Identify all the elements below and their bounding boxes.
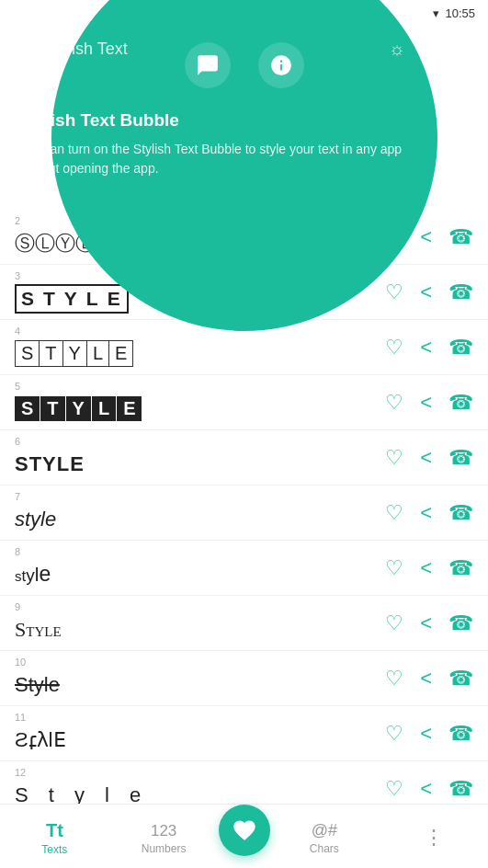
whatsapp-icon[interactable]: ☎ bbox=[448, 779, 473, 799]
item-actions: ♡ < ☎ bbox=[385, 724, 473, 744]
like-icon[interactable]: ♡ bbox=[385, 393, 403, 413]
whatsapp-icon[interactable]: ☎ bbox=[448, 227, 473, 247]
fab-heart-button[interactable] bbox=[219, 805, 270, 856]
item-number: 7 bbox=[15, 491, 20, 502]
share-icon[interactable]: < bbox=[420, 779, 432, 799]
share-icon[interactable]: < bbox=[420, 393, 432, 413]
like-icon[interactable]: ♡ bbox=[385, 779, 403, 799]
whatsapp-icon[interactable]: ☎ bbox=[448, 724, 473, 744]
status-time: 10:55 bbox=[445, 6, 475, 20]
whatsapp-icon[interactable]: ☎ bbox=[448, 668, 473, 689]
item-number: 9 bbox=[15, 601, 20, 612]
share-icon[interactable]: < bbox=[420, 227, 432, 247]
like-icon[interactable]: ♡ bbox=[385, 613, 403, 634]
item-actions: ♡ < ☎ bbox=[385, 393, 473, 413]
item-actions: ♡ < ☎ bbox=[385, 613, 473, 634]
whatsapp-icon[interactable]: ☎ bbox=[448, 337, 473, 358]
list-item: 7 style ♡ < ☎ bbox=[0, 485, 488, 541]
chars-icon: @# bbox=[312, 821, 337, 840]
item-text: S t y l e bbox=[15, 783, 385, 805]
item-actions: ♡ < ☎ bbox=[385, 282, 473, 303]
whatsapp-icon[interactable]: ☎ bbox=[448, 503, 473, 523]
item-actions: ♡ < ☎ bbox=[385, 668, 473, 689]
like-icon[interactable]: ♡ bbox=[385, 668, 403, 689]
settings-icon[interactable]: ⚙ bbox=[422, 38, 438, 60]
nav-more[interactable]: ⋮ bbox=[379, 822, 488, 851]
share-icon[interactable]: < bbox=[420, 613, 432, 634]
item-number: 8 bbox=[15, 546, 20, 557]
whatsapp-icon[interactable]: ☎ bbox=[448, 282, 473, 303]
share-icon[interactable]: < bbox=[420, 337, 432, 358]
item-actions: ♡ < ☎ bbox=[385, 503, 473, 523]
item-number: 12 bbox=[15, 767, 26, 778]
more-icon[interactable]: ⋮ bbox=[455, 38, 473, 60]
tooltip-card: Stylish Text Bubble You can turn on the … bbox=[18, 101, 433, 188]
list-item: 6 STYLE ♡ < ☎ bbox=[0, 430, 488, 485]
item-text: style bbox=[15, 508, 385, 531]
list-item: 5 S T Y L E ♡ < ☎ bbox=[0, 375, 488, 430]
share-icon[interactable]: < bbox=[420, 668, 432, 689]
whatsapp-icon[interactable]: ☎ bbox=[448, 393, 473, 413]
item-number: 10 bbox=[15, 657, 26, 668]
item-number: 3 bbox=[15, 270, 20, 281]
app-bar-actions: ☼ ⚙ ⋮ bbox=[389, 38, 473, 60]
texts-icon: Tt bbox=[46, 820, 63, 841]
list-item: 10 Style ♡ < ☎ bbox=[0, 651, 488, 706]
like-icon[interactable]: ♡ bbox=[385, 558, 403, 578]
texts-label: Texts bbox=[41, 843, 67, 856]
menu-icon[interactable]: ☰ bbox=[15, 38, 31, 60]
item-number: 6 bbox=[15, 436, 20, 447]
like-icon[interactable]: ♡ bbox=[385, 282, 403, 303]
item-text: S T Y L E bbox=[15, 340, 385, 367]
whatsapp-icon[interactable]: ☎ bbox=[448, 613, 473, 634]
like-icon[interactable]: ♡ bbox=[385, 448, 403, 468]
like-icon[interactable]: ♡ bbox=[385, 503, 403, 523]
item-text: style bbox=[15, 562, 385, 587]
wifi-icon: ▾ bbox=[433, 6, 439, 20]
bubble-settings-icon[interactable] bbox=[258, 42, 304, 88]
item-number: 2 bbox=[15, 215, 20, 226]
bottom-nav: Tt Texts 123 Numbers @# Chars ⋮ bbox=[0, 804, 488, 868]
share-icon[interactable]: < bbox=[420, 503, 432, 523]
item-number: 4 bbox=[15, 326, 20, 337]
nav-chars[interactable]: @# Chars bbox=[270, 817, 380, 855]
share-icon[interactable]: < bbox=[420, 282, 432, 303]
whatsapp-icon[interactable]: ☎ bbox=[448, 558, 473, 578]
nav-texts[interactable]: Tt Texts bbox=[0, 817, 109, 856]
bubble-icons-row bbox=[185, 42, 304, 88]
chars-label: Chars bbox=[310, 842, 339, 855]
item-number: 11 bbox=[15, 712, 26, 723]
tooltip-description: You can turn on the Stylish Text Bubble … bbox=[18, 140, 433, 178]
share-icon[interactable]: < bbox=[420, 558, 432, 578]
numbers-label: Numbers bbox=[142, 842, 187, 855]
like-icon[interactable]: ♡ bbox=[385, 724, 403, 744]
bubble-style-icon[interactable] bbox=[185, 42, 231, 88]
share-icon[interactable]: < bbox=[420, 724, 432, 744]
list-item: 11 ƎlʎʇS ♡ < ☎ bbox=[0, 706, 488, 761]
item-text: Style bbox=[15, 618, 385, 642]
numbers-icon: 123 bbox=[151, 822, 176, 840]
item-text: STYLE bbox=[15, 452, 385, 476]
list-item: 12 S t y l e ♡ < ☎ bbox=[0, 761, 488, 804]
item-text: S T Y L E bbox=[15, 396, 385, 421]
whatsapp-icon[interactable]: ☎ bbox=[448, 448, 473, 468]
tooltip-title: Stylish Text Bubble bbox=[18, 110, 433, 131]
item-text: Style bbox=[15, 673, 385, 697]
more-nav-icon: ⋮ bbox=[424, 826, 444, 850]
item-actions: ♡ < ☎ bbox=[385, 558, 473, 578]
item-actions: ♡ < ☎ bbox=[385, 337, 473, 358]
item-actions: ♡ < ☎ bbox=[385, 779, 473, 799]
list-item: 8 style ♡ < ☎ bbox=[0, 541, 488, 596]
search-icon[interactable]: ☼ bbox=[389, 39, 405, 60]
item-text: ƎlʎʇS bbox=[15, 728, 385, 752]
list-item: 9 Style ♡ < ☎ bbox=[0, 596, 488, 651]
item-number: 5 bbox=[15, 381, 20, 392]
like-icon[interactable]: ♡ bbox=[385, 337, 403, 358]
nav-numbers[interactable]: 123 Numbers bbox=[109, 818, 219, 855]
item-actions: ♡ < ☎ bbox=[385, 448, 473, 468]
share-icon[interactable]: < bbox=[420, 448, 432, 468]
